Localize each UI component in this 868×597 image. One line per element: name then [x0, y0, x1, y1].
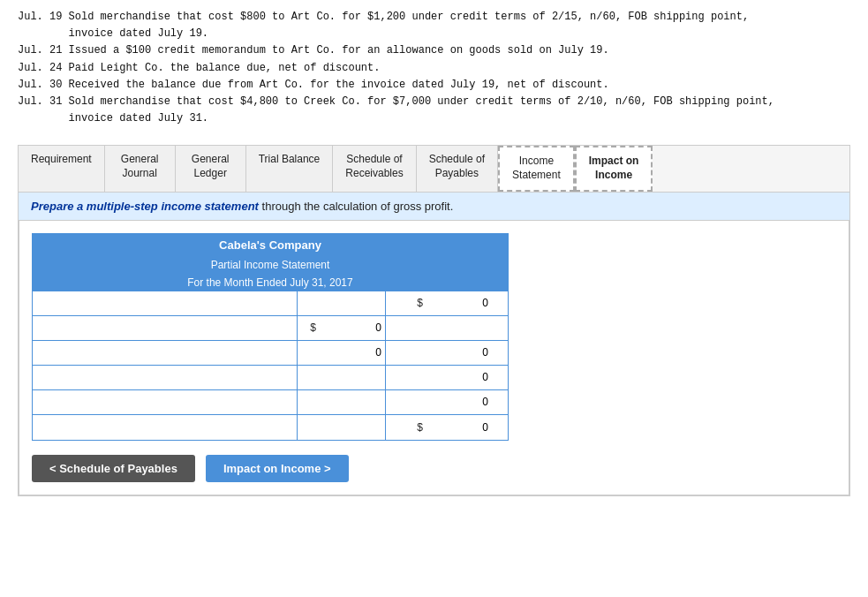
row4-right-input[interactable] [409, 371, 488, 383]
text-line-1: Jul. 19 Sold merchandise that cost $800 … [18, 9, 850, 26]
row5-right-input[interactable] [409, 396, 488, 408]
row2-mid-input[interactable] [320, 321, 381, 334]
row1-right-input[interactable] [426, 297, 488, 309]
problem-text: Jul. 19 Sold merchandise that cost $800 … [18, 9, 850, 127]
table-title: Partial Income Statement [33, 256, 508, 274]
text-line-7: invoice dated July 31. [18, 110, 850, 127]
row6-right-cell: $ [386, 415, 492, 440]
row1-label-input[interactable] [36, 297, 293, 309]
row6-label-cell [33, 415, 298, 440]
row4-label-cell [33, 366, 298, 389]
table-row: $ [33, 415, 508, 440]
row5-label-input[interactable] [36, 396, 293, 408]
row3-label-input[interactable] [36, 346, 293, 359]
row6-right-input[interactable] [426, 421, 488, 434]
table-row [33, 341, 508, 366]
text-line-2: invoice dated July 19. [18, 26, 850, 42]
row3-mid-input[interactable] [302, 346, 381, 359]
row2-right-cell [386, 316, 492, 340]
tab-requirement[interactable]: Requirement [19, 146, 105, 191]
table-row: $ [33, 291, 508, 316]
row1-right-dollar: $ [417, 297, 423, 309]
text-line-5: Jul. 30 Received the balance due from Ar… [18, 77, 850, 94]
row5-mid-cell [298, 390, 386, 414]
text-line-6: Jul. 31 Sold merchandise that cost $4,80… [18, 94, 850, 110]
row1-mid-cell [298, 291, 386, 315]
row2-mid-cell: $ [298, 316, 386, 340]
row4-label-input[interactable] [36, 371, 293, 383]
row2-label-cell [33, 316, 298, 340]
tabs-row: Requirement GeneralJournal GeneralLedger… [19, 146, 849, 192]
row3-label-cell [33, 341, 298, 365]
row3-right-input[interactable] [409, 346, 488, 359]
content-area: Cabela's Company Partial Income Statemen… [19, 221, 849, 495]
row3-right-cell [386, 341, 492, 365]
row2-label-input[interactable] [36, 321, 293, 334]
instruction-bold: Prepare a multiple-step income statement [31, 200, 259, 213]
tab-general-journal[interactable]: GeneralJournal [105, 146, 176, 191]
row1-right-cell: $ [386, 291, 492, 315]
tab-income-statement[interactable]: IncomeStatement [498, 146, 575, 191]
instruction-bar: Prepare a multiple-step income statement… [19, 193, 849, 221]
row6-label-input[interactable] [36, 421, 293, 434]
income-table: Cabela's Company Partial Income Statemen… [32, 233, 509, 441]
table-row: $ [33, 316, 508, 341]
text-line-4: Jul. 24 Paid Leight Co. the balance due,… [18, 60, 850, 77]
row4-right-cell [386, 366, 492, 389]
table-row [33, 390, 508, 415]
table-company: Cabela's Company [33, 234, 508, 256]
prev-button[interactable]: < Schedule of Payables [32, 455, 195, 482]
row6-right-dollar: $ [417, 421, 423, 434]
tab-general-ledger[interactable]: GeneralLedger [176, 146, 246, 191]
next-button[interactable]: Impact on Income > [206, 455, 349, 482]
tab-trial-balance[interactable]: Trial Balance [246, 146, 334, 191]
tab-impact-income[interactable]: Impact onIncome [575, 146, 653, 191]
nav-buttons: < Schedule of Payables Impact on Income … [32, 455, 836, 482]
row6-mid-cell [298, 415, 386, 440]
row4-mid-cell [298, 366, 386, 389]
row5-right-cell [386, 390, 492, 414]
table-period: For the Month Ended July 31, 2017 [33, 274, 508, 291]
tab-schedule-receivables[interactable]: Schedule ofReceivables [333, 146, 416, 191]
row3-mid-cell [298, 341, 386, 365]
table-row [33, 366, 508, 390]
text-line-3: Jul. 21 Issued a $100 credit memorandum … [18, 42, 850, 59]
row5-label-cell [33, 390, 298, 414]
tabs-container: Requirement GeneralJournal GeneralLedger… [18, 145, 850, 495]
row2-mid-dollar: $ [310, 321, 316, 334]
tab-schedule-payables[interactable]: Schedule ofPayables [417, 146, 498, 191]
table-body: $ $ [33, 291, 508, 440]
instruction-rest: through the calculation of gross profit. [259, 200, 453, 213]
row1-label-cell [33, 291, 298, 315]
